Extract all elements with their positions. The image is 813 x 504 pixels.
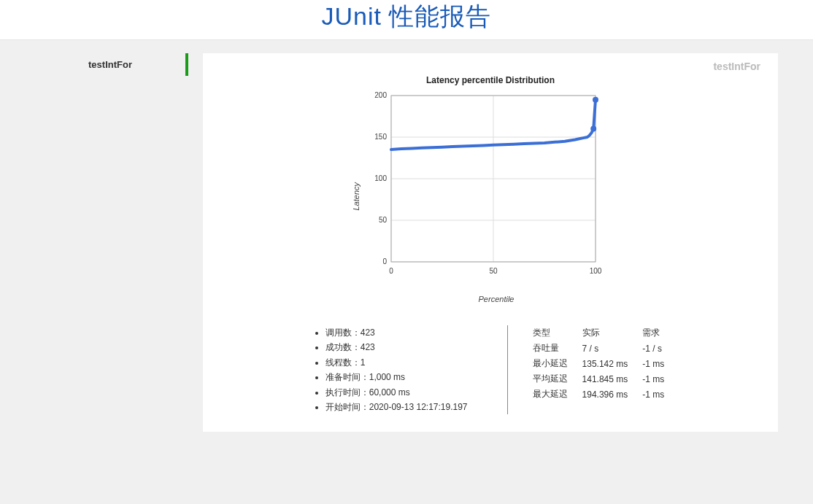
svg-point-17 <box>590 126 596 132</box>
col-required: 需求 <box>635 325 671 341</box>
row-max-label: 最大延迟 <box>525 387 575 402</box>
row-throughput-required: -1 / s <box>635 341 671 356</box>
page-header: JUnit 性能报告 <box>0 0 813 40</box>
svg-point-18 <box>593 97 598 103</box>
col-actual: 实际 <box>575 325 636 341</box>
row-throughput-label: 吞吐量 <box>525 341 575 356</box>
svg-text:50: 50 <box>379 216 388 224</box>
row-max-actual: 194.396 ms <box>575 387 636 402</box>
stats-section: 调用数：423 成功数：423 线程数：1 准备时间：1,000 ms 执行时间… <box>220 325 760 414</box>
y-axis-label: Latency <box>352 182 361 211</box>
table-row: 最小延迟 135.142 ms -1 ms <box>525 356 672 371</box>
svg-text:50: 50 <box>489 267 498 275</box>
stats-left: 调用数：423 成功数：423 线程数：1 准备时间：1,000 ms 执行时间… <box>309 325 490 414</box>
x-axis-label: Percentile <box>363 295 629 303</box>
row-min-label: 最小延迟 <box>525 356 575 371</box>
stat-exec: 执行时间：60,000 ms <box>325 385 468 400</box>
stat-threads: 线程数：1 <box>325 355 468 370</box>
sidebar: testIntFor <box>35 53 188 76</box>
row-avg-actual: 141.845 ms <box>575 371 636 387</box>
svg-text:0: 0 <box>382 257 387 265</box>
row-avg-label: 平均延迟 <box>525 371 575 387</box>
table-row: 吞吐量 7 / s -1 / s <box>525 341 672 356</box>
stats-table: 类型 实际 需求 吞吐量 7 / s -1 / s 最小延迟 135.142 m… <box>525 325 672 402</box>
svg-text:150: 150 <box>374 133 387 141</box>
stat-start: 开始时间：2020-09-13 12:17:19.197 <box>325 400 468 414</box>
sidebar-item-test[interactable]: testIntFor <box>35 53 188 76</box>
content-container: testIntFor testIntFor Latency percentile… <box>0 40 813 445</box>
stats-divider <box>507 325 508 414</box>
row-throughput-actual: 7 / s <box>575 341 636 356</box>
row-min-required: -1 ms <box>635 356 671 371</box>
chart-container: Latency percentile Distribution Latency … <box>220 75 760 303</box>
svg-text:0: 0 <box>389 267 393 275</box>
stats-right: 类型 实际 需求 吞吐量 7 / s -1 / s 最小延迟 135.142 m… <box>525 325 672 414</box>
stat-invocations: 调用数：423 <box>325 325 468 340</box>
table-row: 最大延迟 194.396 ms -1 ms <box>525 387 672 402</box>
table-row: 类型 实际 需求 <box>525 325 672 341</box>
svg-text:100: 100 <box>374 174 387 182</box>
test-name-label: testIntFor <box>220 61 760 72</box>
svg-text:200: 200 <box>374 91 387 99</box>
chart-title: Latency percentile Distribution <box>352 75 629 85</box>
page-title: JUnit 性能报告 <box>0 0 813 34</box>
row-min-actual: 135.142 ms <box>575 356 636 371</box>
row-max-required: -1 ms <box>635 387 671 402</box>
table-row: 平均延迟 141.845 ms -1 ms <box>525 371 672 387</box>
main-panel: testIntFor Latency percentile Distributi… <box>203 53 778 432</box>
stat-warmup: 准备时间：1,000 ms <box>325 370 468 384</box>
svg-text:100: 100 <box>590 267 602 275</box>
chart-plot: 050100150200050100 <box>363 90 629 282</box>
stat-success: 成功数：423 <box>325 340 468 354</box>
col-type: 类型 <box>525 325 575 341</box>
row-avg-required: -1 ms <box>635 371 671 387</box>
